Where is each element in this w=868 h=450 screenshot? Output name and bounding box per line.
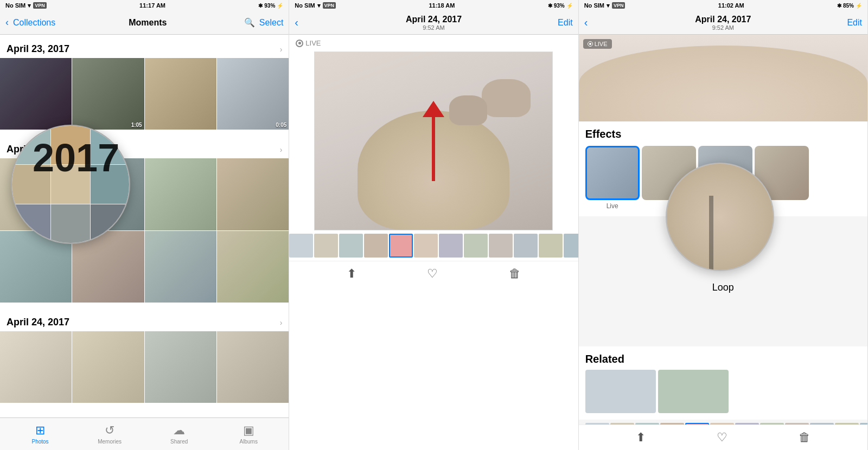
film-thumb[interactable] [364, 234, 388, 258]
photo-cell[interactable] [217, 158, 289, 230]
photo-cell[interactable] [72, 331, 144, 403]
nav-left-p2[interactable]: ‹ [295, 16, 338, 29]
film-thumb[interactable] [464, 234, 488, 258]
nav-left-p3[interactable]: ‹ [584, 16, 628, 29]
live-circle-icon [296, 40, 303, 47]
select-label-p1[interactable]: Select [259, 18, 283, 28]
shared-icon: ☁ [173, 423, 185, 438]
photo-cell[interactable] [217, 231, 289, 303]
share-icon-p3[interactable]: ⬆ [636, 430, 646, 445]
memories-icon: ↺ [105, 423, 114, 438]
photo-cell[interactable] [145, 58, 216, 130]
battery-pct-p1: 93% [264, 3, 275, 9]
photo-duration: 1:05 [131, 122, 142, 128]
top-photo-p3[interactable]: LIVE [579, 35, 867, 121]
film-thumb[interactable] [539, 234, 563, 258]
photo-cell[interactable] [145, 331, 216, 403]
tab-memories-label: Memories [98, 439, 122, 445]
filmstrip-p3[interactable] [579, 420, 867, 425]
nav-bar-p2: ‹ April 24, 2017 9:52 AM Edit [289, 11, 578, 35]
action-bar-p3: ⬆ ♡ 🗑 [579, 425, 867, 450]
photo-cell[interactable] [217, 331, 289, 403]
cat-shape [482, 79, 531, 117]
photo-arrow [423, 101, 444, 181]
back-chevron-p1: ‹ [5, 17, 9, 28]
nav-right-p2[interactable]: Edit [529, 18, 573, 28]
trash-icon-p2[interactable]: 🗑 [509, 267, 521, 281]
film-thumb[interactable] [289, 234, 313, 258]
live-badge-p3[interactable]: LIVE [583, 39, 612, 49]
battery-pct-p3: 85% [843, 3, 854, 9]
back-label-p1[interactable]: Collections [13, 18, 55, 28]
nav-title-main-p1: Moments [55, 18, 240, 28]
photo-cell[interactable] [0, 331, 72, 403]
live-badge-p2[interactable]: LIVE [296, 35, 321, 52]
nav-right-p1[interactable]: 🔍 Select [240, 17, 283, 28]
live-dot-p3 [589, 43, 591, 45]
photo-cell[interactable]: 0:05 [217, 58, 289, 130]
film-thumb[interactable] [564, 234, 578, 258]
nav-right-p3[interactable]: Edit [819, 18, 862, 28]
tab-albums-label: Albums [240, 439, 258, 445]
share-icon-p2[interactable]: ⬆ [347, 267, 356, 281]
charging-icon-p3: ⚡ [856, 3, 862, 9]
back-arrow-p2[interactable]: ‹ [295, 16, 298, 29]
top-photo-dog [579, 46, 867, 121]
film-thumb[interactable] [339, 234, 363, 258]
photo-cell[interactable] [0, 58, 72, 130]
vpn-badge-p2: VPN [323, 2, 336, 9]
carrier-p3: No SIM [584, 2, 604, 9]
search-icon-p1[interactable]: 🔍 [244, 17, 255, 28]
tab-albums[interactable]: ▣ Albums [214, 423, 283, 445]
tab-shared[interactable]: ☁ Shared [144, 423, 214, 445]
photos-icon: ⊞ [35, 423, 45, 438]
effect-label-live: Live [607, 202, 618, 210]
edit-label-p2[interactable]: Edit [558, 18, 573, 28]
related-thumb[interactable] [585, 370, 656, 413]
film-thumb[interactable] [314, 234, 338, 258]
photo-cell[interactable] [145, 231, 216, 303]
mag-cell [12, 204, 50, 243]
bluetooth-icon-p3: ✱ [837, 3, 841, 9]
bluetooth-icon-p2: ✱ [548, 3, 552, 9]
nav-title-p2: April 24, 2017 9:52 AM [338, 15, 529, 31]
photo-grid-3 [0, 331, 289, 403]
heart-icon-p3[interactable]: ♡ [717, 430, 727, 445]
filmstrip-p2[interactable] [289, 230, 578, 261]
nav-left-p1[interactable]: ‹ Collections [5, 17, 55, 28]
heart-icon-p2[interactable]: ♡ [427, 267, 438, 281]
panel-effects: No SIM ▾ VPN 11:02 AM ✱ 85% ⚡ ‹ April 24… [579, 0, 868, 450]
edit-label-p3[interactable]: Edit [847, 18, 862, 28]
film-thumb[interactable] [439, 234, 463, 258]
tab-photos[interactable]: ⊞ Photos [5, 423, 75, 445]
tab-memories[interactable]: ↺ Memories [75, 423, 144, 445]
tab-bar-p1: ⊞ Photos ↺ Memories ☁ Shared ▣ Albums [0, 417, 289, 450]
related-thumb[interactable] [658, 370, 729, 413]
photo-cell[interactable]: 1:05 [72, 58, 144, 130]
vpn-badge-p3: VPN [612, 2, 626, 9]
mag-cell [51, 204, 90, 243]
effect-live[interactable]: Live [585, 146, 640, 210]
moment-header-1[interactable]: April 23, 2017 › [0, 40, 289, 58]
nav-bar-p3: ‹ April 24, 2017 9:52 AM Edit [579, 11, 867, 35]
main-photo-p2[interactable] [314, 52, 553, 230]
film-thumb[interactable] [514, 234, 538, 258]
tab-shared-label: Shared [170, 439, 188, 445]
albums-icon: ▣ [243, 423, 254, 438]
film-thumb-selected[interactable] [389, 234, 413, 258]
film-thumb[interactable] [414, 234, 438, 258]
film-thumb[interactable] [489, 234, 513, 258]
mag-p3-inner [667, 164, 773, 270]
photo-cell[interactable] [145, 158, 216, 230]
effect-thumb-live[interactable] [585, 146, 640, 200]
status-bar-p1: No SIM ▾ VPN 11:17 AM ✱ 93% ⚡ [0, 0, 289, 11]
action-bar-p2: ⬆ ♡ 🗑 [289, 261, 578, 286]
time-p2: 11:18 AM [429, 2, 455, 9]
moment-header-3[interactable]: April 24, 2017 › [0, 313, 289, 331]
wifi-icon-p3: ▾ [607, 2, 610, 9]
back-arrow-p3[interactable]: ‹ [584, 16, 588, 29]
live-dot [298, 42, 301, 44]
trash-icon-p3[interactable]: 🗑 [799, 430, 810, 445]
moment-section-3: April 24, 2017 › [0, 308, 289, 408]
panel-photo-viewer: No SIM ▾ VPN 11:18 AM ✱ 93% ⚡ ‹ April 24… [289, 0, 578, 450]
